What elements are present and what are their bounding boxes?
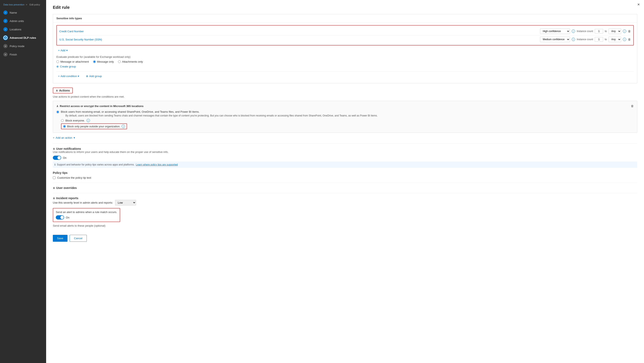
block-users-label: Block users from receiving email, or acc… (61, 110, 378, 113)
overrides-chevron-icon: ∧ (53, 186, 55, 190)
cancel-button[interactable]: Cancel (70, 235, 87, 242)
radio-message-only[interactable]: Message only (93, 60, 114, 63)
notifications-toggle[interactable] (53, 156, 61, 160)
actions-badge: ∧ Actions (53, 87, 73, 93)
radio-label-attach-only: Attachments only (122, 60, 143, 63)
add-type-button[interactable]: + Add ▾ (56, 48, 70, 53)
instance-count-label-1: Instance count (577, 30, 593, 33)
to-info-icon-1[interactable]: i (623, 29, 626, 33)
to-info-icon-2[interactable]: i (623, 38, 626, 41)
info-type-controls-2: High confidence Medium confidence Low co… (540, 37, 631, 42)
block-everyone-info-icon[interactable]: i (86, 119, 90, 122)
notifications-collapse-row[interactable]: ∧ User notifications (53, 147, 637, 150)
sidebar-item-name[interactable]: ✓ Name (0, 8, 46, 17)
breadcrumb-link[interactable]: Data loss prevention (3, 3, 24, 6)
add-group-button[interactable]: ⊕ Add group (84, 74, 103, 78)
alert-text: Send an alert to admins when a rule matc… (56, 211, 117, 214)
sidebar-item-policy-mode[interactable]: ● Policy mode (0, 42, 46, 50)
info-types-box: Credit Card Number High confidence Mediu… (56, 25, 634, 45)
learn-link[interactable]: Learn where policy tips are supported (136, 163, 178, 166)
incident-chevron-icon: ∧ (53, 196, 55, 200)
instance-count-from-2[interactable] (595, 37, 603, 42)
severity-label: Use this severity level in admin alerts … (53, 201, 113, 204)
radio-label-msg-only: Message only (97, 60, 114, 63)
radio-message-or-attachment[interactable]: Message or attachment (56, 60, 89, 63)
block-outside-option: Block only people outside your organizat… (61, 123, 634, 129)
delete-icon-2[interactable]: 🗑 (628, 38, 631, 41)
page-title: Edit rule (53, 5, 637, 10)
info-type-name-1[interactable]: Credit Card Number (59, 30, 84, 33)
create-group-label: Create group (60, 65, 76, 68)
actions-section: ∧ Actions Use actions to protect content… (53, 87, 637, 140)
add-group-label: Add group (89, 74, 102, 78)
info-type-controls-1: High confidence Medium confidence Low co… (540, 28, 631, 34)
sidebar-item-advanced-dlp[interactable]: ● Advanced DLP rules (0, 33, 46, 42)
alert-toggle[interactable] (56, 215, 64, 220)
actions-header: ∧ Actions (53, 87, 637, 93)
delete-icon-1[interactable]: 🗑 (628, 29, 631, 33)
policy-tips-section: Policy tips Customize the policy tip tex… (53, 171, 637, 179)
block-everyone-radio[interactable] (61, 119, 64, 122)
confidence-select-2[interactable]: High confidence Medium confidence Low co… (540, 37, 570, 42)
policy-tips-checkbox-row[interactable]: Customize the policy tip text (53, 176, 637, 179)
confidence-select-1[interactable]: High confidence Medium confidence Low co… (540, 28, 570, 34)
step-circle-name: ✓ (3, 10, 8, 15)
user-overrides-collapse-row[interactable]: ∧ User overrides (53, 186, 637, 190)
sidebar-item-locations[interactable]: ✓ Locations (0, 25, 46, 33)
close-button[interactable]: × (637, 2, 640, 7)
step-circle-admin: ✓ (3, 19, 8, 23)
instance-count-to-2[interactable]: Any (608, 37, 621, 42)
info-type-row-2: U.S. Social Security Number (SSN) High c… (58, 35, 632, 43)
section-divider-3 (53, 193, 637, 193)
condition-bar: + Add condition ▾ ⊕ Add group (56, 71, 634, 81)
alert-toggle-container: On (56, 215, 117, 220)
alert-box: Send an alert to admins when a rule matc… (53, 208, 120, 222)
add-condition-button[interactable]: + Add condition ▾ (56, 74, 81, 78)
block-outside-info-icon[interactable]: i (122, 125, 125, 128)
incident-label: Incident reports (56, 196, 78, 200)
breadcrumb-separator: > (26, 3, 27, 6)
sidebar-item-admin-units[interactable]: ✓ Admin units (0, 17, 46, 25)
add-group-icon: ⊕ (86, 74, 88, 78)
sidebar-item-finish[interactable]: ● Finish (0, 50, 46, 59)
actions-chevron-icon: ∧ (56, 89, 58, 92)
notifications-chevron-icon: ∧ (53, 147, 55, 150)
add-type-label: Add (60, 49, 66, 52)
info-type-name-2[interactable]: U.S. Social Security Number (SSN) (59, 38, 102, 41)
evaluate-radio-group: Message or attachment Message only Attac… (56, 60, 634, 63)
incident-collapse-row[interactable]: ∧ Incident reports (53, 196, 637, 200)
block-outside-radio[interactable] (63, 125, 66, 128)
footer-bar: Save Cancel (53, 231, 637, 242)
restrict-chevron-icon: ∧ (56, 104, 58, 108)
block-outside-label: Block only people outside your organizat… (67, 125, 120, 128)
policy-tips-checkbox[interactable] (53, 176, 56, 179)
add-action-button[interactable]: + Add an action ▾ (53, 135, 75, 140)
sidebar-item-label-finish: Finish (10, 53, 17, 56)
notifications-info-note: ℹ Support and behavior for policy tips v… (53, 161, 637, 168)
to-label-1: to (605, 30, 607, 33)
breadcrumb-current: Edit policy (30, 3, 40, 6)
severity-select[interactable]: Low Medium High (115, 200, 136, 206)
confidence-info-icon-1[interactable]: i (572, 29, 575, 33)
radio-attachments-only[interactable]: Attachments only (118, 60, 143, 63)
sidebar: Data loss prevention > Edit policy ✓ Nam… (0, 0, 46, 363)
block-users-radio[interactable] (56, 111, 59, 113)
breadcrumb: Data loss prevention > Edit policy (0, 3, 46, 8)
restrict-delete-icon[interactable]: 🗑 (631, 104, 634, 108)
add-condition-label: Add condition (60, 74, 77, 78)
step-circle-advanced: ● (3, 36, 8, 40)
create-group-icon: ⊕ (56, 65, 59, 68)
actions-label: Actions (59, 89, 70, 92)
block-everyone-label: Block everyone. (66, 119, 85, 122)
block-users-desc: By default, users are blocked from sendi… (66, 114, 378, 117)
block-users-option: Block users from receiving email, or acc… (56, 110, 634, 117)
instance-count-from-1[interactable]: 1 (595, 29, 603, 33)
info-note-text: Support and behavior for policy tips var… (57, 163, 134, 166)
instance-count-to-1[interactable]: Any 12510 (608, 28, 621, 34)
create-group-button[interactable]: ⊕ Create group (56, 63, 76, 70)
confidence-info-icon-2[interactable]: i (572, 38, 575, 41)
severity-row: Use this severity level in admin alerts … (53, 200, 637, 206)
notifications-toggle-label: On (63, 156, 66, 159)
send-email-label: Send email alerts to these people (optio… (53, 224, 637, 227)
save-button[interactable]: Save (53, 235, 68, 242)
